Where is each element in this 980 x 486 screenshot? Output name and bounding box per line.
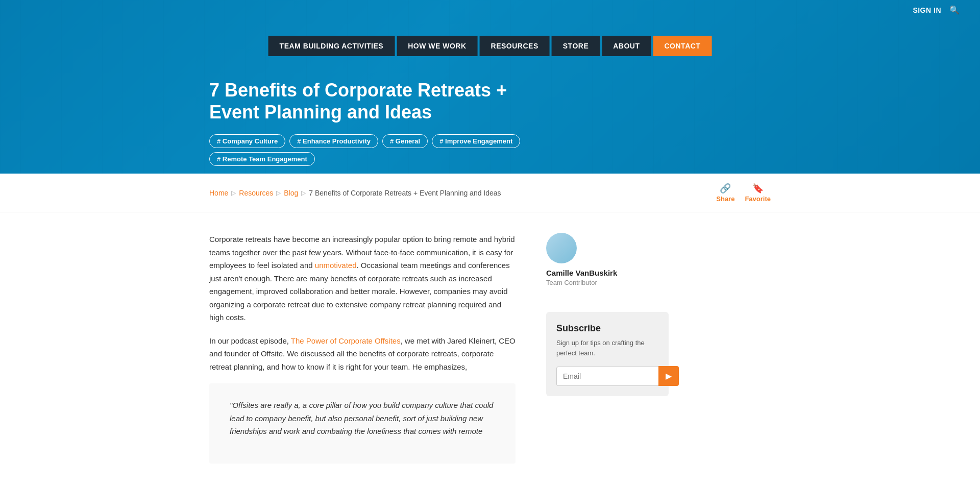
author-section: Camille VanBuskirk Team Contributor bbox=[546, 233, 669, 297]
author-avatar bbox=[546, 233, 577, 263]
tag-general[interactable]: # General bbox=[382, 134, 428, 148]
blockquote-box: "Offsites are really a, a core pillar of… bbox=[209, 383, 516, 464]
breadcrumb-blog[interactable]: Blog bbox=[284, 189, 298, 197]
breadcrumb-sep-1: ▷ bbox=[231, 189, 236, 197]
nav-about[interactable]: ABOUT bbox=[602, 36, 651, 56]
article-paragraph-1: Corporate retreats have become an increa… bbox=[209, 233, 516, 324]
hero-title: 7 Benefits of Corporate Retreats + Event… bbox=[209, 79, 526, 123]
hero-tags: # Company Culture # Enhance Productivity… bbox=[209, 134, 526, 166]
search-icon[interactable]: 🔍 bbox=[949, 5, 960, 15]
podcast-link[interactable]: The Power of Corporate Offsites bbox=[291, 336, 401, 345]
share-icon: 🔗 bbox=[720, 183, 731, 194]
sidebar: Camille VanBuskirk Team Contributor Subs… bbox=[546, 233, 669, 396]
blockquote-text: "Offsites are really a, a core pillar of… bbox=[230, 399, 495, 438]
subscribe-arrow-icon: ▶ bbox=[666, 371, 672, 381]
main-nav: TEAM BUILDING ACTIVITIES HOW WE WORK RES… bbox=[268, 36, 712, 56]
author-role: Team Contributor bbox=[546, 279, 669, 286]
breadcrumb-actions: 🔗 Share 🔖 Favorite bbox=[716, 183, 771, 203]
tag-remote-team[interactable]: # Remote Team Engagement bbox=[209, 152, 315, 166]
tag-improve-engagement[interactable]: # Improve Engagement bbox=[432, 134, 520, 148]
article-paragraph-2: In our podcast episode, The Power of Cor… bbox=[209, 334, 516, 374]
breadcrumb: Home ▷ Resources ▷ Blog ▷ 7 Benefits of … bbox=[209, 189, 501, 197]
subscribe-box: Subscribe Sign up for tips on crafting t… bbox=[546, 312, 669, 396]
subscribe-description: Sign up for tips on crafting the perfect… bbox=[556, 338, 658, 358]
subscribe-title: Subscribe bbox=[556, 323, 658, 334]
breadcrumb-sep-3: ▷ bbox=[301, 189, 306, 197]
favorite-icon: 🔖 bbox=[752, 183, 764, 194]
hero-section: SIGN IN 🔍 TEAM BUILDING ACTIVITIES HOW W… bbox=[0, 0, 980, 174]
unmotivated-link[interactable]: unmotivated bbox=[315, 261, 357, 270]
breadcrumb-sep-2: ▷ bbox=[276, 189, 281, 197]
nav-store[interactable]: STORE bbox=[552, 36, 600, 56]
favorite-button[interactable]: 🔖 Favorite bbox=[745, 183, 771, 203]
favorite-label: Favorite bbox=[745, 195, 771, 203]
avatar-image bbox=[546, 233, 577, 263]
top-bar: SIGN IN 🔍 bbox=[892, 0, 980, 20]
breadcrumb-current: 7 Benefits of Corporate Retreats + Event… bbox=[309, 189, 501, 197]
article-body: Corporate retreats have become an increa… bbox=[209, 233, 516, 464]
nav-how-we-work[interactable]: HOW WE WORK bbox=[397, 36, 477, 56]
breadcrumb-resources[interactable]: Resources bbox=[239, 189, 273, 197]
author-name: Camille VanBuskirk bbox=[546, 269, 669, 277]
signin-link[interactable]: SIGN IN bbox=[913, 6, 941, 14]
breadcrumb-bar: Home ▷ Resources ▷ Blog ▷ 7 Benefits of … bbox=[0, 174, 980, 212]
subscribe-button[interactable]: ▶ bbox=[658, 366, 679, 386]
main-layout: Corporate retreats have become an increa… bbox=[0, 212, 980, 486]
content-area: Home ▷ Resources ▷ Blog ▷ 7 Benefits of … bbox=[0, 174, 980, 486]
tag-enhance-productivity[interactable]: # Enhance Productivity bbox=[289, 134, 378, 148]
nav-team-building[interactable]: TEAM BUILDING ACTIVITIES bbox=[268, 36, 395, 56]
nav-resources[interactable]: RESOURCES bbox=[480, 36, 550, 56]
nav-contact[interactable]: CONTACT bbox=[653, 36, 712, 56]
breadcrumb-home[interactable]: Home bbox=[209, 189, 228, 197]
tag-company-culture[interactable]: # Company Culture bbox=[209, 134, 285, 148]
share-label: Share bbox=[716, 195, 734, 203]
hero-content: 7 Benefits of Corporate Retreats + Event… bbox=[209, 79, 526, 166]
email-input[interactable] bbox=[556, 367, 658, 386]
share-button[interactable]: 🔗 Share bbox=[716, 183, 734, 203]
subscribe-form: ▶ bbox=[556, 366, 658, 386]
